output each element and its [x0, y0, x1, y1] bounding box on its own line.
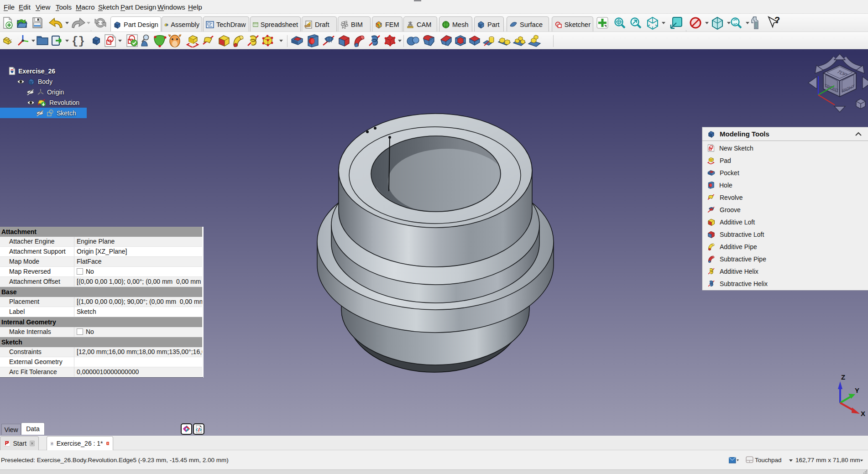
svg-text:X: X	[861, 410, 865, 417]
svg-text:Z: Z	[841, 373, 845, 381]
svg-text:Y: Y	[855, 386, 859, 394]
svg-text:?: ?	[774, 16, 780, 25]
svg-text:{}: {}	[72, 35, 84, 47]
